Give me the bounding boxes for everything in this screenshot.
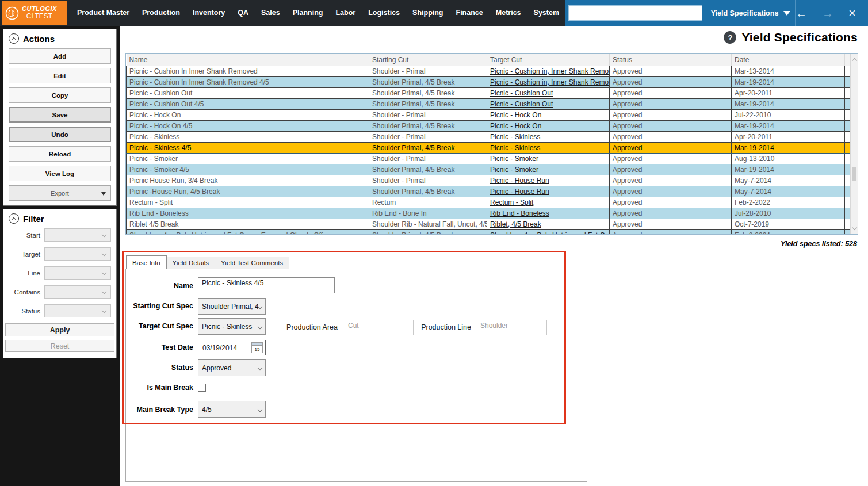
table-row[interactable]: Picnic - Cushion In Inner Shank Removed … — [127, 66, 851, 76]
filter-dropdown[interactable] — [44, 285, 111, 299]
menu-item[interactable]: Product Master — [71, 0, 136, 26]
action-button[interactable]: Copy — [9, 87, 111, 103]
menu-item[interactable]: Sales — [255, 0, 286, 26]
column-header-status[interactable]: Status — [610, 54, 732, 66]
search-input[interactable] — [568, 5, 702, 21]
column-header-date[interactable]: Date — [732, 54, 845, 66]
forward-arrow-icon[interactable]: → — [822, 7, 833, 19]
column-header-target-cut[interactable]: Target Cut — [487, 54, 610, 66]
reset-button[interactable]: Reset — [5, 340, 114, 352]
status-dropdown[interactable]: Approved — [198, 359, 266, 376]
cell-target-cut-link[interactable]: Picnic - Cushion in, Inner Shank Remov — [487, 66, 610, 76]
cell-target-cut-link[interactable]: Riblet, 4/5 Break — [487, 219, 610, 229]
table-row[interactable]: Rectum - Split Rectum Rectum - Split App… — [127, 197, 851, 208]
column-header-name[interactable]: Name — [127, 54, 369, 66]
cell-status: Approved — [610, 98, 732, 109]
cell-target-cut-link[interactable]: Picnic - House Run — [487, 175, 610, 186]
action-button[interactable]: Add — [9, 48, 111, 64]
name-field[interactable] — [198, 277, 335, 293]
target-cut-spec-label: Target Cut Spec — [126, 322, 193, 330]
close-icon[interactable]: × — [848, 7, 856, 20]
main-break-type-dropdown[interactable]: 4/5 — [198, 401, 266, 418]
actions-panel-header: Actions — [3, 29, 116, 48]
back-arrow-icon[interactable]: ← — [796, 7, 807, 19]
table-row[interactable]: Picnic - Skinless 4/5 Shoulder Primal, 4… — [127, 142, 851, 153]
table-row[interactable]: Picnic - Cushion Out Shoulder Primal, 4/… — [127, 87, 851, 98]
cell-target-cut-link[interactable]: Picnic - House Run — [487, 186, 610, 197]
cell-target-cut-link[interactable]: Picnic - Smoker — [487, 164, 610, 175]
menu-item[interactable]: QA — [231, 0, 255, 26]
table-row[interactable]: Picnic - Skinless Shoulder - Primal Picn… — [127, 131, 851, 142]
cell-date: Mar-19-2014 — [732, 142, 845, 153]
menu-item[interactable]: Metrics — [490, 0, 527, 26]
table-row[interactable]: Riblet 4/5 Break Shoulder Rib - Natural … — [127, 219, 851, 229]
cell-target-cut-link[interactable]: Picnic - Smoker — [487, 153, 610, 164]
scrollbar-up-icon[interactable] — [852, 58, 856, 63]
cell-target-cut-link[interactable]: Picnic - Skinless — [487, 131, 610, 142]
is-main-break-label: Is Main Break — [126, 384, 193, 392]
table-row[interactable]: Picnic - Smoker 4/5 Shoulder Primal, 4/5… — [127, 164, 851, 175]
is-main-break-checkbox[interactable] — [198, 384, 206, 392]
table-row[interactable]: Shoulder - 4pc Bnls Untrimmed Fat Cover,… — [127, 229, 851, 235]
menu-item[interactable]: Shipping — [406, 0, 449, 26]
action-button[interactable]: Reload — [9, 146, 111, 162]
production-area-field[interactable] — [345, 320, 414, 335]
main-menu: Product MasterProductionInventoryQASales… — [71, 0, 565, 26]
menu-item[interactable]: Production — [136, 0, 186, 26]
help-icon[interactable]: ? — [724, 31, 736, 44]
cell-target-cut-link[interactable]: Picnic - Cushion Out — [487, 87, 610, 98]
detail-tab[interactable]: Yield Test Comments — [215, 257, 289, 269]
table-row[interactable]: Picnic - Smoker Shoulder - Primal Picnic… — [127, 153, 851, 164]
detail-tab[interactable]: Base Info — [126, 255, 167, 269]
action-button[interactable]: Save — [9, 107, 111, 123]
table-row[interactable]: Picnic House Run, 3/4 Break Shoulder - P… — [127, 175, 851, 186]
cell-target-cut-link[interactable]: Shoulder - 4pc Bnls Untrimmed Fat Co — [487, 229, 610, 235]
action-button[interactable]: Edit — [9, 68, 111, 83]
cell-filler — [845, 131, 851, 142]
table-row[interactable]: Picnic - Cushion In Inner Shank Removed … — [127, 76, 851, 87]
cell-target-cut-link[interactable]: Rib End - Boneless — [487, 208, 610, 219]
filter-row: Target — [6, 247, 111, 261]
module-selector[interactable]: Yield Specifications — [706, 0, 796, 26]
apply-button[interactable]: Apply — [5, 323, 114, 336]
cell-target-cut-link[interactable]: Picnic - Cushion in, Inner Shank Remov — [487, 76, 610, 87]
collapse-chevron-icon[interactable] — [9, 213, 19, 224]
test-date-field[interactable]: 03/19/2014 15 — [198, 340, 266, 355]
filter-dropdown[interactable] — [44, 304, 111, 317]
detail-tab[interactable]: Yield Details — [167, 257, 216, 269]
column-header-starting-cut[interactable]: Starting Cut — [369, 54, 487, 66]
action-button[interactable]: View Log — [9, 166, 111, 181]
cell-target-cut-link[interactable]: Picnic - Hock On — [487, 120, 610, 131]
target-cut-spec-dropdown[interactable]: Picnic - Skinless — [198, 318, 266, 335]
menu-item[interactable]: Inventory — [186, 0, 231, 26]
table-row[interactable]: Picnic -House Run, 4/5 Break Shoulder Pr… — [127, 186, 851, 197]
scrollbar-thumb[interactable] — [852, 167, 856, 181]
cell-target-cut-link[interactable]: Picnic - Hock On — [487, 109, 610, 120]
table-row[interactable]: Rib End - Boneless Rib End - Bone In Rib… — [127, 208, 851, 219]
cell-target-cut-link[interactable]: Picnic - Skinless — [487, 142, 610, 153]
calendar-icon[interactable]: 15 — [251, 342, 263, 353]
starting-cut-spec-dropdown[interactable]: Shoulder Primal, 4 — [198, 298, 266, 315]
cell-name: Picnic - Cushion In Inner Shank Removed … — [127, 76, 369, 87]
filter-dropdown[interactable] — [44, 247, 111, 261]
filter-dropdown[interactable] — [44, 228, 111, 242]
cell-filler — [845, 76, 851, 87]
table-row[interactable]: Picnic - Cushion Out 4/5 Shoulder Primal… — [127, 98, 851, 109]
menu-item[interactable]: Planning — [286, 0, 330, 26]
export-button[interactable]: Export — [9, 185, 111, 201]
cell-target-cut-link[interactable]: Picnic - Cushion Out — [487, 98, 610, 109]
menu-item[interactable]: System — [527, 0, 565, 26]
menu-item[interactable]: Logistics — [362, 0, 406, 26]
cell-date: Mar-19-2014 — [732, 76, 845, 87]
collapse-chevron-icon[interactable] — [9, 33, 19, 44]
menu-item[interactable]: Finance — [450, 0, 490, 26]
action-button[interactable]: Undo — [9, 127, 111, 142]
menu-item[interactable]: Labor — [329, 0, 362, 26]
scrollbar-down-icon[interactable] — [852, 225, 856, 230]
vertical-scrollbar[interactable] — [850, 54, 858, 234]
cell-target-cut-link[interactable]: Rectum - Split — [487, 197, 610, 208]
filter-dropdown[interactable] — [44, 266, 111, 280]
table-row[interactable]: Picnic - Hock On 4/5 Shoulder Primal, 4/… — [127, 120, 851, 131]
production-line-field[interactable] — [477, 320, 547, 335]
table-row[interactable]: Picnic - Hock On Shoulder - Primal Picni… — [127, 109, 851, 120]
